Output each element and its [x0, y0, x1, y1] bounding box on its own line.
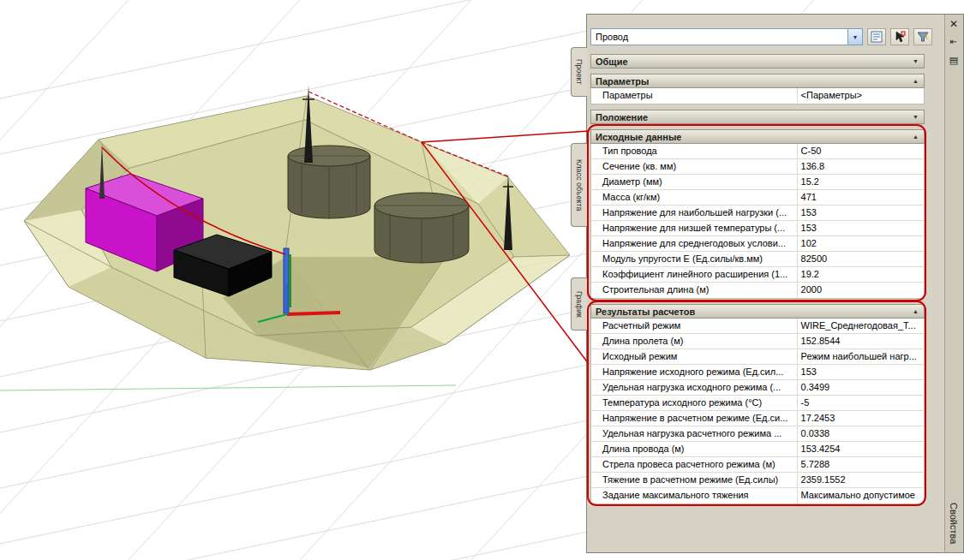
section-initial-data: Исходные данные▲Тип проводаC-50Сечение (… [590, 129, 925, 299]
property-label: Стрела провеса расчетного режима (м) [591, 457, 798, 472]
property-value[interactable]: 15.2 [798, 175, 924, 189]
section-general: Общие▼ [590, 54, 925, 69]
pickadd-toggle-button[interactable] [867, 28, 886, 45]
property-value[interactable]: 153 [798, 221, 924, 235]
section-header-results[interactable]: Результаты расчетов▲ [590, 304, 925, 319]
tab-project[interactable]: Проект [571, 47, 587, 97]
property-label: Строительная длина (м) [591, 283, 798, 298]
tab-object-class[interactable]: Класс объекта [571, 143, 587, 227]
chevron-down-icon[interactable]: ▼ [847, 29, 862, 45]
property-value[interactable]: 153 [798, 206, 924, 220]
property-label: Напряжение для среднегодовых услови... [591, 236, 798, 251]
close-button[interactable]: ✕ [945, 17, 962, 31]
section-rows-initial-data: Тип проводаC-50Сечение (кв. мм)136.8Диам… [590, 144, 925, 299]
section-header-general[interactable]: Общие▼ [590, 54, 925, 69]
collapse-icon[interactable]: ▲ [913, 78, 919, 84]
world-axis-green [0, 385, 456, 390]
object-selector-row: Провод ▼ [590, 28, 941, 45]
property-value[interactable]: 5.7288 [798, 457, 924, 472]
property-value[interactable]: 471 [798, 190, 924, 205]
select-objects-button[interactable] [890, 28, 909, 45]
property-value[interactable]: <Параметры> [798, 88, 924, 104]
section-results: Результаты расчетов▲Расчетный режимWIRE_… [590, 304, 925, 504]
property-label: Тип провода [591, 144, 798, 158]
property-label: Удельная нагрузка расчетного режима ... [591, 426, 798, 441]
collapse-icon[interactable]: ▲ [913, 308, 919, 314]
property-value[interactable]: 2359.1552 [798, 473, 924, 487]
property-value[interactable]: 153.4254 [798, 442, 924, 456]
property-value[interactable]: 136.8 [798, 159, 924, 174]
property-value[interactable]: 102 [798, 236, 924, 251]
property-row: Стрела провеса расчетного режима (м)5.72… [591, 457, 924, 473]
quick-select-button[interactable] [913, 28, 932, 45]
tab-graphics[interactable]: График [571, 277, 587, 331]
expand-icon[interactable]: ▼ [913, 114, 919, 120]
property-value[interactable]: -5 [798, 396, 924, 410]
property-row: Параметры<Параметры> [591, 88, 924, 104]
section-header-position[interactable]: Положение▼ [590, 110, 925, 124]
property-row: Напряжение для низшей температуры (...15… [591, 221, 924, 236]
property-label: Длина пролета (м) [591, 334, 798, 349]
object-type-dropdown[interactable]: Провод ▼ [590, 28, 863, 45]
property-value[interactable]: Максимально допустимое [798, 488, 924, 503]
expand-icon[interactable]: ▼ [913, 58, 919, 64]
tank-2[interactable] [374, 193, 469, 263]
pickadd-icon [871, 31, 883, 43]
section-title: Параметры [596, 76, 649, 86]
section-title: Результаты расчетов [596, 307, 695, 317]
properties-menu-button[interactable]: ▤ [945, 53, 962, 67]
property-value[interactable]: 19.2 [798, 267, 924, 282]
property-label: Исходный режим [591, 349, 798, 364]
property-label: Напряжение для низшей температуры (... [591, 221, 798, 235]
property-row: Напряжение в расчетном режиме (Ед.си...1… [591, 411, 924, 426]
property-row: Модуль упругости Е (Ед.силы/кв.мм)82500 [591, 252, 924, 267]
application-window: Проект Класс объекта График Провод ▼ [0, 0, 964, 560]
property-row: Коэффициент линейного расширения (1...19… [591, 267, 924, 283]
property-value[interactable]: 152.8544 [798, 334, 924, 349]
section-title: Исходные данные [596, 132, 681, 142]
property-value[interactable]: 153 [798, 365, 924, 379]
property-value[interactable]: WIRE_Среднегодовая_Т... [798, 319, 924, 333]
property-row: Удельная нагрузка расчетного режима ...0… [591, 426, 924, 442]
tank-1[interactable] [288, 146, 370, 218]
section-title: Общие [596, 57, 628, 67]
property-row: Строительная длина (м)2000 [591, 283, 924, 298]
property-value[interactable]: C-50 [798, 144, 924, 158]
property-label: Сечение (кв. мм) [591, 159, 798, 174]
section-header-initial-data[interactable]: Исходные данные▲ [590, 129, 925, 144]
property-row: Задание максимального тяженияМаксимально… [591, 488, 924, 503]
property-label: Параметры [591, 88, 798, 104]
section-header-parameters[interactable]: Параметры▲ [590, 74, 925, 88]
property-row: Напряжение для среднегодовых услови...10… [591, 236, 924, 252]
property-row: Длина пролета (м)152.8544 [591, 334, 924, 349]
property-label: Задание максимального тяжения [591, 488, 798, 503]
property-row: Удельная нагрузка исходного режима (...0… [591, 380, 924, 396]
property-value[interactable]: Режим наибольшей нагр... [798, 349, 924, 364]
section-rows-results: Расчетный режимWIRE_Среднегодовая_Т...Дл… [590, 319, 925, 504]
property-label: Модуль упругости Е (Ед.силы/кв.мм) [591, 252, 798, 266]
section-rows-parameters: Параметры<Параметры> [590, 88, 925, 104]
property-row: Исходный режимРежим наибольшей нагр... [591, 349, 924, 365]
section-parameters: Параметры▲Параметры<Параметры> [590, 74, 925, 104]
property-row: Напряжение для наибольшей нагрузки (...1… [591, 206, 924, 221]
property-value[interactable]: 0.0338 [798, 426, 924, 441]
property-label: Тяжение в расчетном режиме (Ед.силы) [591, 473, 798, 487]
property-label: Коэффициент линейного расширения (1... [591, 267, 798, 282]
property-value[interactable]: 17.2453 [798, 411, 924, 426]
property-label: Расчетный режим [591, 319, 798, 333]
property-label: Напряжение исходного режима (Ед.сил... [591, 365, 798, 379]
property-value[interactable]: 82500 [798, 252, 924, 266]
property-label: Температура исходного режима (°С) [591, 396, 798, 410]
palette-main: Провод ▼ [587, 15, 944, 552]
collapse-icon[interactable]: ▲ [913, 134, 919, 140]
quick-select-funnel-icon [917, 31, 929, 43]
property-row: Длина провода (м)153.4254 [591, 442, 924, 457]
property-value[interactable]: 2000 [798, 283, 924, 298]
property-value[interactable]: 0.3499 [798, 380, 924, 395]
object-type-value: Провод [591, 29, 847, 45]
palette-title-bar: ✕ ⇤ ▤ Свойства [944, 15, 963, 552]
property-row: Масса (кг/км)471 [591, 190, 924, 206]
auto-hide-button[interactable]: ⇤ [945, 34, 962, 48]
property-row: Расчетный режимWIRE_Среднегодовая_Т... [591, 319, 924, 334]
property-label: Напряжение в расчетном режиме (Ед.си... [591, 411, 798, 426]
